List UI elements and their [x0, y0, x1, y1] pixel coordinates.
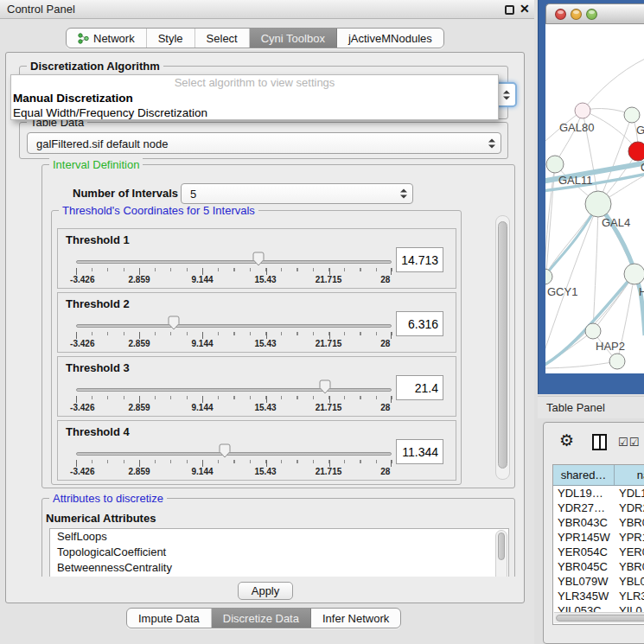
slider-tick-labels: -3.4262.8599.14415.4321.71528	[76, 403, 392, 412]
table-row[interactable]: YLR345WYLR3	[553, 589, 644, 603]
table-row[interactable]: YER054CYER0	[553, 545, 644, 559]
node-attribute-table: shared… name YDL19…YDL1 YDR27…YDR2 YBR04…	[552, 464, 644, 625]
dropdown-option-equal-width[interactable]: Equal Width/Frequency Discretization	[11, 105, 498, 120]
threshold-4-panel: Threshold 4 -3.4262.8599.14415.4321.7152…	[57, 420, 456, 481]
node-label-clipped-c: C	[641, 161, 644, 174]
table-data-group: Table Data galFiltered.sif default node	[19, 122, 508, 159]
list-item[interactable]: SelfLoops	[50, 529, 508, 545]
threshold-1-panel: Threshold 1 -3.4262.8599.14415.4321.7152…	[57, 228, 456, 289]
tab-discretize-data[interactable]: Discretize Data	[212, 609, 311, 628]
threshold-2-value-field[interactable]	[396, 311, 443, 336]
threshold-4-slider-thumb[interactable]	[218, 443, 231, 462]
node-label-gal11: GAL11	[558, 174, 593, 187]
tab-impute-data[interactable]: Impute Data	[127, 609, 212, 628]
node-gcy1[interactable]	[545, 269, 552, 284]
threshold-2-panel: Threshold 2 -3.4262.8599.14415.4321.7152…	[57, 292, 456, 353]
network-graph: GAL80 GA C GAL11 GAL4 GCY1 H HAP2	[545, 24, 644, 373]
bottom-tab-bar: Impute Data Discretize Data Infer Networ…	[126, 608, 401, 628]
dropdown-option-manual[interactable]: Manual Discretization	[11, 91, 498, 105]
list-item[interactable]: BetweennessCentrality	[50, 560, 508, 576]
column-header-shared-name[interactable]: shared…	[553, 465, 615, 485]
node-gal4[interactable]	[585, 191, 611, 217]
interval-definition-group: Interval Definition Number of Intervals …	[41, 164, 515, 488]
node-gal11[interactable]	[546, 156, 564, 173]
close-icon[interactable]: ✕	[520, 2, 530, 16]
list-item[interactable]: TopologicalCoefficient	[50, 545, 508, 560]
table-row[interactable]: YBR043CYBR0	[553, 515, 644, 530]
tab-network[interactable]: Network	[67, 29, 147, 48]
numerical-attributes-list: SelfLoops TopologicalCoefficient Between…	[49, 528, 509, 577]
node-label-hap2: HAP2	[596, 340, 625, 353]
table-row[interactable]: YBR045CYBR0	[553, 559, 644, 574]
node-label-clipped-h: H	[639, 285, 644, 298]
number-of-intervals-label: Number of Intervals	[73, 187, 178, 200]
combo-arrows-icon	[488, 138, 495, 148]
table-panel: ⚙ ☑☑ shared… name YDL19…YDL1 YDR27…YDR2 …	[543, 422, 644, 644]
threshold-3-slider-thumb[interactable]	[319, 379, 332, 398]
zoom-traffic-light-icon[interactable]	[586, 9, 597, 20]
table-header-row: shared… name	[553, 465, 644, 486]
table-horizontal-scrollbar[interactable]	[554, 612, 644, 623]
network-window-titlebar	[545, 3, 644, 24]
node-hap2[interactable]	[585, 323, 601, 339]
threshold-3-panel: Threshold 3 -3.4262.8599.14415.4321.7152…	[57, 356, 456, 417]
top-tab-bar: Network Style Select Cyni Toolbox jActiv…	[66, 28, 444, 48]
control-panel-titlebar: Control Panel ✕	[0, 0, 534, 19]
algorithm-dropdown-popup: Select algorithm to view settings Manual…	[10, 74, 499, 120]
thresholds-group: Threshold's Coordinates for 5 Intervals …	[51, 210, 462, 485]
tab-infer-network[interactable]: Infer Network	[311, 609, 400, 628]
slider-tick-labels: -3.4262.8599.14415.4321.71528	[76, 275, 392, 284]
gear-icon[interactable]: ⚙	[559, 430, 574, 450]
table-row[interactable]: YIL053CYIL0	[553, 603, 644, 612]
tab-cyni-toolbox[interactable]: Cyni Toolbox	[250, 29, 337, 48]
slider-ticks	[76, 460, 392, 467]
network-view-frame: GAL80 GA C GAL11 GAL4 GCY1 H HAP2	[538, 0, 644, 394]
node-label-gcy1: GCY1	[547, 285, 577, 298]
tab-jactivemnodules[interactable]: jActiveMNodules	[337, 29, 443, 48]
threshold-3-value-field[interactable]	[396, 375, 443, 400]
minimize-traffic-light-icon[interactable]	[571, 9, 582, 20]
slider-ticks	[76, 332, 392, 339]
number-of-intervals-combobox[interactable]: 5	[181, 183, 413, 204]
combo-arrows-icon	[400, 189, 407, 199]
network-canvas[interactable]: GAL80 GA C GAL11 GAL4 GCY1 H HAP2	[545, 24, 644, 373]
interval-definition-title: Interval Definition	[49, 158, 143, 171]
table-row[interactable]: YDR27…YDR2	[553, 501, 644, 515]
window-title: Control Panel	[7, 3, 75, 16]
table-row[interactable]: YPR145WYPR1	[553, 530, 644, 545]
table-row[interactable]: YBL079WYBL0	[553, 574, 644, 589]
interval-scrollbar[interactable]	[495, 215, 510, 480]
apply-button[interactable]: Apply	[238, 582, 293, 600]
node-label-gal80: GAL80	[559, 121, 594, 134]
cyni-content-panel: Discretization Algorithm Select algorith…	[5, 52, 525, 603]
float-window-icon[interactable]	[505, 5, 514, 15]
control-panel-window: Control Panel ✕ Network Style Select Cyn…	[0, 0, 534, 644]
node-clipped-g[interactable]	[624, 107, 640, 123]
node-bottom[interactable]	[609, 354, 625, 369]
slider-ticks	[76, 396, 392, 403]
slider-tick-labels: -3.4262.8599.14415.4321.71528	[76, 467, 392, 476]
dropdown-prompt: Select algorithm to view settings	[11, 75, 498, 91]
attributes-list-scrollbar[interactable]	[495, 530, 507, 577]
threshold-4-value-field[interactable]	[396, 439, 443, 464]
attributes-group: Attributes to discretize Numerical Attri…	[41, 498, 515, 577]
close-traffic-light-icon[interactable]	[555, 9, 566, 20]
table-data-combobox[interactable]: galFiltered.sif default node	[27, 132, 501, 154]
node-gal80[interactable]	[575, 103, 590, 118]
screen: Control Panel ✕ Network Style Select Cyn…	[0, 0, 644, 644]
table-row[interactable]: YDL19…YDL1	[553, 486, 644, 501]
threshold-1-value-field[interactable]	[396, 247, 443, 272]
tab-select[interactable]: Select	[195, 29, 250, 48]
tab-network-label: Network	[93, 32, 135, 45]
threshold-2-slider-thumb[interactable]	[168, 316, 181, 334]
slider-ticks	[76, 268, 392, 275]
column-header-name[interactable]: name	[615, 465, 644, 485]
select-columns-icon[interactable]: ☑☑	[618, 436, 640, 449]
discretization-algorithm-title: Discretization Algorithm	[27, 60, 163, 73]
node-clipped-h[interactable]	[624, 264, 644, 284]
node-selected-red[interactable]	[628, 142, 644, 161]
tab-style[interactable]: Style	[147, 29, 195, 48]
threshold-1-slider-thumb[interactable]	[252, 252, 265, 270]
slider-tick-labels: -3.4262.8599.14415.4321.71528	[76, 339, 392, 348]
column-layout-icon[interactable]	[592, 434, 607, 450]
